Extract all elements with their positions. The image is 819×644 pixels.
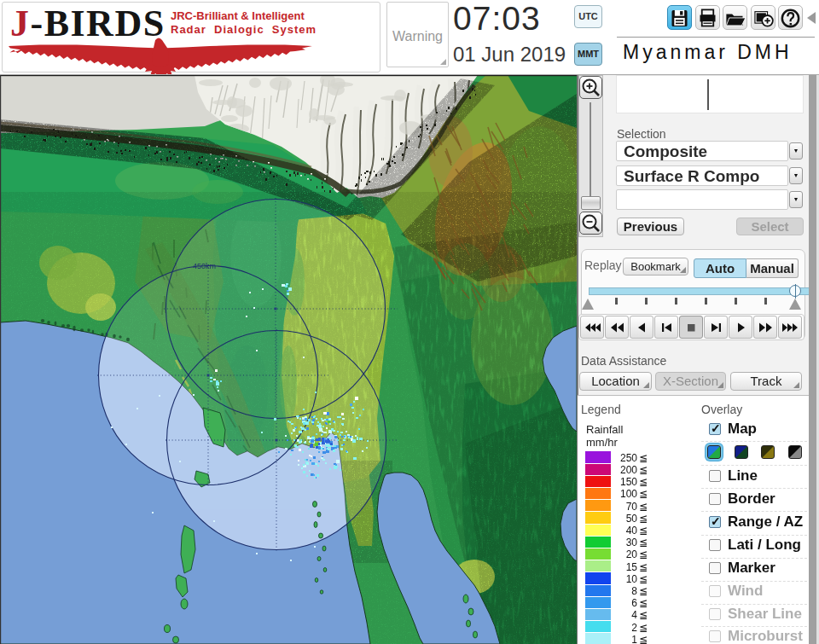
svg-text:450km: 450km <box>193 262 216 270</box>
